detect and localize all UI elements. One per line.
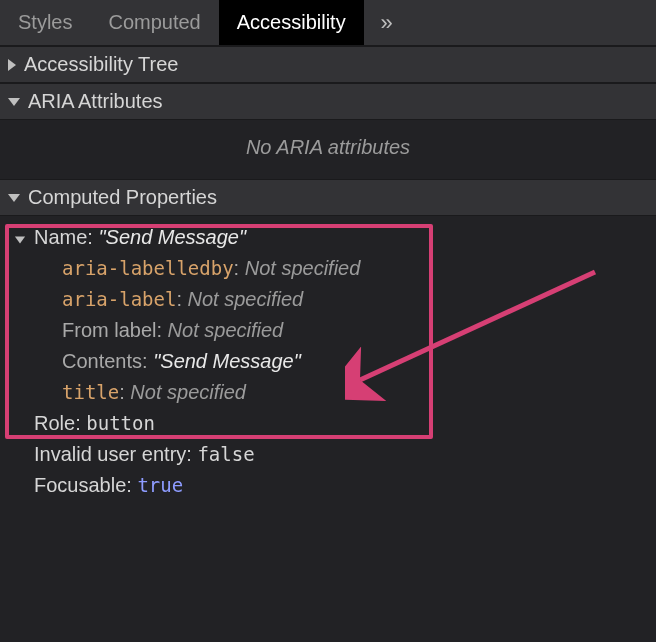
name-source-title: title: Not specified — [14, 377, 648, 408]
prop-invalid-row: Invalid user entry: false — [14, 439, 648, 470]
name-source-key: aria-label — [62, 285, 176, 314]
name-source-key: title — [62, 378, 119, 407]
chevron-down-icon — [15, 237, 25, 244]
prop-name-value: "Send Message" — [98, 222, 246, 253]
name-source-value: Not specified — [168, 315, 284, 346]
section-accessibility-tree-header[interactable]: Accessibility Tree — [0, 46, 656, 83]
prop-focusable-value: true — [137, 471, 183, 500]
aria-empty-text: No ARIA attributes — [0, 128, 656, 169]
section-computed-properties-label: Computed Properties — [28, 186, 217, 209]
tab-accessibility[interactable]: Accessibility — [219, 0, 364, 45]
prop-role-row: Role: button — [14, 408, 648, 439]
prop-role-label: Role — [34, 408, 75, 439]
prop-focusable-row: Focusable: true — [14, 470, 648, 501]
section-computed-properties-body: Name: "Send Message" aria-labelledby: No… — [0, 216, 656, 507]
name-source-key: From label — [62, 315, 156, 346]
section-aria-attributes-body: No ARIA attributes — [0, 120, 656, 179]
prop-role-value: button — [86, 409, 155, 438]
tabs-overflow-button[interactable]: » — [364, 0, 410, 45]
prop-focusable-label: Focusable — [34, 470, 126, 501]
devtools-tabs: Styles Computed Accessibility » — [0, 0, 656, 46]
tab-computed[interactable]: Computed — [90, 0, 218, 45]
section-accessibility-tree-label: Accessibility Tree — [24, 53, 179, 76]
name-source-value: Not specified — [130, 377, 246, 408]
name-source-aria-label: aria-label: Not specified — [14, 284, 648, 315]
name-source-from-label: From label: Not specified — [14, 315, 648, 346]
name-source-key: aria-labelledby — [62, 254, 234, 283]
chevron-down-icon — [8, 98, 20, 106]
name-source-key: Contents — [62, 346, 142, 377]
prop-invalid-value: false — [197, 440, 254, 469]
name-source-value: Not specified — [188, 284, 304, 315]
name-source-contents: Contents: "Send Message" — [14, 346, 648, 377]
chevron-down-icon — [8, 194, 20, 202]
name-source-value: "Send Message" — [153, 346, 301, 377]
section-aria-attributes-header[interactable]: ARIA Attributes — [0, 83, 656, 120]
name-source-value: Not specified — [245, 253, 361, 284]
prop-invalid-label: Invalid user entry — [34, 439, 186, 470]
section-computed-properties-header[interactable]: Computed Properties — [0, 179, 656, 216]
chevron-right-icon — [8, 59, 16, 71]
prop-name-label: Name: — [34, 222, 93, 253]
prop-name-row[interactable]: Name: "Send Message" — [14, 222, 648, 253]
name-source-aria-labelledby: aria-labelledby: Not specified — [14, 253, 648, 284]
tab-styles[interactable]: Styles — [0, 0, 90, 45]
section-aria-attributes-label: ARIA Attributes — [28, 90, 163, 113]
